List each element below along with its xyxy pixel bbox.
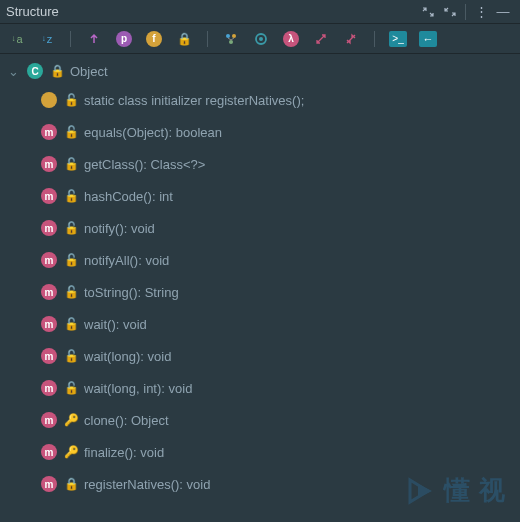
public-icon: 🔓: [64, 381, 78, 395]
hide-panel-icon[interactable]: —: [492, 2, 514, 22]
method-icon: m: [40, 411, 58, 429]
protected-icon: 🔑: [64, 445, 78, 459]
toolbar: ↓a ↓z p f 🔒 λ >_ ←: [0, 24, 520, 54]
show-supertypes-icon[interactable]: [83, 28, 105, 50]
separator: [465, 4, 466, 20]
chevron-down-icon[interactable]: ⌄: [8, 64, 20, 79]
member-signature: equals(Object): boolean: [84, 125, 222, 140]
class-name: Object: [70, 64, 108, 79]
static-initializer-icon: [40, 91, 58, 109]
public-icon: 🔓: [64, 125, 78, 139]
member-row[interactable]: m🔓equals(Object): boolean: [0, 116, 520, 148]
method-icon: m: [40, 347, 58, 365]
structure-panel: Structure ⋮ — ↓a ↓z p f 🔒 λ >_ ← ⌄ C 🔒: [0, 0, 520, 522]
expand-diagonal-icon[interactable]: [310, 28, 332, 50]
separator: [374, 31, 375, 47]
member-row[interactable]: m🔓wait(long, int): void: [0, 372, 520, 404]
separator: [70, 31, 71, 47]
show-fields-icon[interactable]: f: [143, 28, 165, 50]
show-inherited-icon[interactable]: [220, 28, 242, 50]
method-icon: m: [40, 155, 58, 173]
method-icon: m: [40, 283, 58, 301]
autoscroll-to-source-icon[interactable]: >_: [387, 28, 409, 50]
member-row[interactable]: m🔓notify(): void: [0, 212, 520, 244]
member-tree: ⌄ C 🔒 Object 🔓static class initializer r…: [0, 54, 520, 522]
method-icon: m: [40, 219, 58, 237]
member-row[interactable]: m🔒registerNatives(): void: [0, 468, 520, 500]
method-icon: m: [40, 315, 58, 333]
member-row[interactable]: m🔑clone(): Object: [0, 404, 520, 436]
class-icon: C: [26, 62, 44, 80]
autoscroll-from-source-icon[interactable]: ←: [417, 28, 439, 50]
member-row[interactable]: m🔓hashCode(): int: [0, 180, 520, 212]
protected-icon: 🔑: [64, 413, 78, 427]
member-signature: static class initializer registerNatives…: [84, 93, 304, 108]
collapse-all-icon[interactable]: [439, 2, 461, 22]
public-icon: 🔓: [64, 189, 78, 203]
member-signature: hashCode(): int: [84, 189, 173, 204]
member-signature: registerNatives(): void: [84, 477, 210, 492]
separator: [207, 31, 208, 47]
method-icon: m: [40, 475, 58, 493]
svg-point-2: [229, 40, 233, 44]
show-nonpublic-icon[interactable]: 🔒: [173, 28, 195, 50]
member-row[interactable]: m🔓getClass(): Class<?>: [0, 148, 520, 180]
sort-alpha-button[interactable]: ↓a: [6, 28, 28, 50]
member-row[interactable]: m🔓wait(): void: [0, 308, 520, 340]
method-icon: m: [40, 379, 58, 397]
member-signature: clone(): Object: [84, 413, 169, 428]
member-row[interactable]: m🔓wait(long): void: [0, 340, 520, 372]
method-icon: m: [40, 251, 58, 269]
method-icon: m: [40, 187, 58, 205]
member-signature: finalize(): void: [84, 445, 164, 460]
show-anonymous-icon[interactable]: [250, 28, 272, 50]
public-icon: 🔓: [64, 349, 78, 363]
show-properties-icon[interactable]: p: [113, 28, 135, 50]
member-row[interactable]: m🔑finalize(): void: [0, 436, 520, 468]
expand-all-icon[interactable]: [417, 2, 439, 22]
member-signature: notify(): void: [84, 221, 155, 236]
public-icon: 🔓: [64, 317, 78, 331]
member-signature: wait(): void: [84, 317, 147, 332]
member-row[interactable]: 🔓static class initializer registerNative…: [0, 84, 520, 116]
member-signature: notifyAll(): void: [84, 253, 169, 268]
public-icon: 🔓: [64, 157, 78, 171]
sort-visibility-button[interactable]: ↓z: [36, 28, 58, 50]
more-options-icon[interactable]: ⋮: [470, 2, 492, 22]
public-icon: 🔓: [64, 221, 78, 235]
lock-icon: 🔒: [50, 64, 64, 78]
public-icon: 🔓: [64, 285, 78, 299]
method-icon: m: [40, 123, 58, 141]
member-signature: getClass(): Class<?>: [84, 157, 205, 172]
member-row[interactable]: m🔓toString(): String: [0, 276, 520, 308]
panel-title: Structure: [6, 4, 417, 19]
member-row[interactable]: m🔓notifyAll(): void: [0, 244, 520, 276]
method-icon: m: [40, 443, 58, 461]
member-signature: wait(long, int): void: [84, 381, 192, 396]
svg-point-1: [232, 34, 236, 38]
member-signature: toString(): String: [84, 285, 179, 300]
show-lambda-icon[interactable]: λ: [280, 28, 302, 50]
title-bar: Structure ⋮ —: [0, 0, 520, 24]
public-icon: 🔓: [64, 93, 78, 107]
public-icon: 🔓: [64, 253, 78, 267]
class-row[interactable]: ⌄ C 🔒 Object: [0, 58, 520, 84]
svg-point-4: [259, 37, 263, 41]
collapse-diagonal-icon[interactable]: [340, 28, 362, 50]
svg-point-0: [226, 34, 230, 38]
member-signature: wait(long): void: [84, 349, 171, 364]
private-icon: 🔒: [64, 477, 78, 491]
